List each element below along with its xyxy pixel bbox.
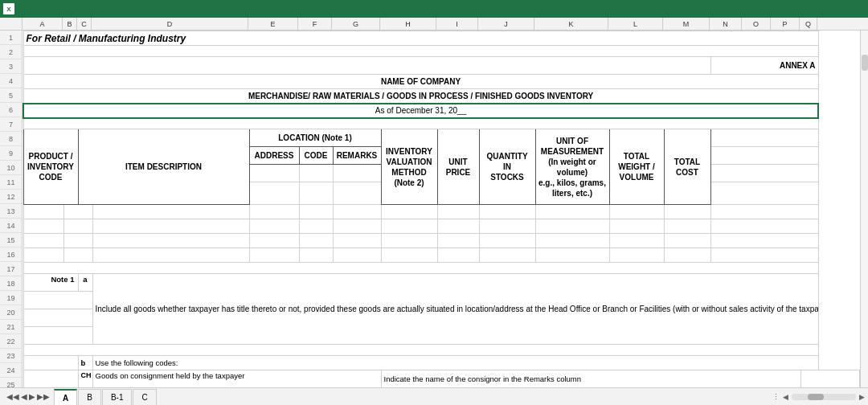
row-4: NAME OF COMPANY [23,75,860,89]
note1-b-label: b [78,356,92,370]
data-r13-j [479,219,535,234]
data-r13-bc [63,219,92,234]
header-product-code: PRODUCT /INVENTORY CODE [23,129,78,205]
row-3: ANNEX A [23,57,860,75]
data-r15-m [664,248,710,263]
data-r15-i [437,248,479,263]
tab-a[interactable]: A [54,389,77,405]
tab-nav-left[interactable]: ◀◀ [6,392,19,401]
data-r12-i [437,205,479,219]
cell-r10-g [333,165,381,182]
tab-nav-next[interactable]: ▶ [29,392,35,401]
row-num-22: 22 [0,334,22,349]
status-dots: ⋮ [772,393,780,401]
row-21 [23,345,860,356]
data-r13-k [535,219,609,234]
row-num-13: 13 [0,204,22,219]
tab-nav-right[interactable]: ▶▶ [37,392,50,401]
col-header-a: A [23,18,63,30]
row-num-1: 1 [0,31,22,45]
col-header-j: J [478,18,534,30]
row-12 [23,205,860,219]
col-header-l: L [608,18,663,30]
data-r13-e [249,219,299,234]
data-r15-j [479,248,535,263]
h-scrollbar-thumb[interactable] [808,394,824,400]
cell-as-of[interactable]: As of December 31, 20__ [23,104,818,118]
row-16 [23,263,860,274]
data-r14-m [664,234,710,248]
data-r13-l [609,219,664,234]
row-2 [23,46,860,57]
tab-b[interactable]: B [78,389,101,405]
horizontal-scrollbar[interactable] [792,394,856,400]
row-num-8: 8 [0,132,22,146]
row-num-2: 2 [0,45,22,59]
row-num-12: 12 [0,190,22,204]
data-r12-d [92,205,249,219]
code-ch-desc: Goods on consignment held by the taxpaye… [92,370,381,388]
row-17: Note 1 a Include all goods whether taxpa… [23,274,860,292]
data-r13-a [23,219,63,234]
header-total-weight: TOTALWEIGHT /VOLUME [609,129,664,205]
data-r14-h [381,234,437,248]
row-5: MERCHANDISE/ RAW MATERIALS / GOODS IN PR… [23,89,860,104]
data-r14-j [479,234,535,248]
data-r12-f [299,205,333,219]
header-item-desc: ITEM DESCRIPTION [78,129,249,205]
cell-r21 [23,345,818,356]
header-remarks: REMARKS [333,147,381,165]
note1-a-text: Include all goods whether taxpayer has t… [92,274,818,345]
scroll-left[interactable]: ◀ [783,393,788,401]
data-r12-rest [710,205,818,219]
tab-b1[interactable]: B-1 [102,389,133,405]
row-num-11: 11 [0,175,22,190]
tab-nav-prev[interactable]: ◀ [21,392,27,401]
cell-r10-e [249,165,299,182]
sheet-table: For Retail / Manufacturing Industry ANNE… [23,31,860,387]
row-num-19: 19 [0,291,22,305]
data-r13-g [333,219,381,234]
scrollbar-thumb[interactable] [862,55,868,71]
data-r13-m [664,219,710,234]
row-num-14: 14 [0,219,22,233]
content-area[interactable]: For Retail / Manufacturing Industry ANNE… [23,31,860,387]
data-r15-bc [63,248,92,263]
data-r12-g [333,205,381,219]
row-num-21: 21 [0,320,22,334]
row-num-20: 20 [0,305,22,320]
data-r12-j [479,205,535,219]
cell-r23-right [800,370,860,388]
col-header-p: P [771,18,800,30]
note1-a-label: a [78,274,92,292]
bottom-right: ⋮ ◀ ▶ [772,393,868,401]
col-header-n: N [710,18,742,30]
tab-nav-buttons[interactable]: ◀◀ ◀ ▶ ▶▶ [3,392,53,401]
cell-r10-right [710,165,818,182]
row-numbers: 1 2 3 4 5 6 7 8 9 10 11 12 13 14 15 16 1… [0,31,23,387]
data-r15-rest [710,248,818,263]
data-r14-g [333,234,381,248]
data-r14-d [92,234,249,248]
header-inv-valuation: INVENTORYVALUATIONMETHOD(Note 2) [381,129,437,205]
col-header-i: I [436,18,478,30]
data-r14-e [249,234,299,248]
data-r15-h [381,248,437,263]
cell-r11-f [299,182,333,205]
scroll-right[interactable]: ▶ [859,393,865,401]
data-r13-rest [710,219,818,234]
cell-r16 [23,263,818,274]
cell-r2 [23,46,818,57]
col-header-m: M [663,18,710,30]
header-location: LOCATION (Note 1) [249,129,381,147]
tab-c[interactable]: C [133,389,156,405]
data-r14-bc [63,234,92,248]
cell-r23-ab [23,370,78,388]
col-header-o: O [742,18,771,30]
header-address: ADDRESS [249,147,299,165]
data-r12-a [23,205,63,219]
col-header-d: D [92,18,248,30]
data-r13-i [437,219,479,234]
vertical-scrollbar[interactable] [860,31,868,387]
top-toolbar: X [0,0,868,18]
